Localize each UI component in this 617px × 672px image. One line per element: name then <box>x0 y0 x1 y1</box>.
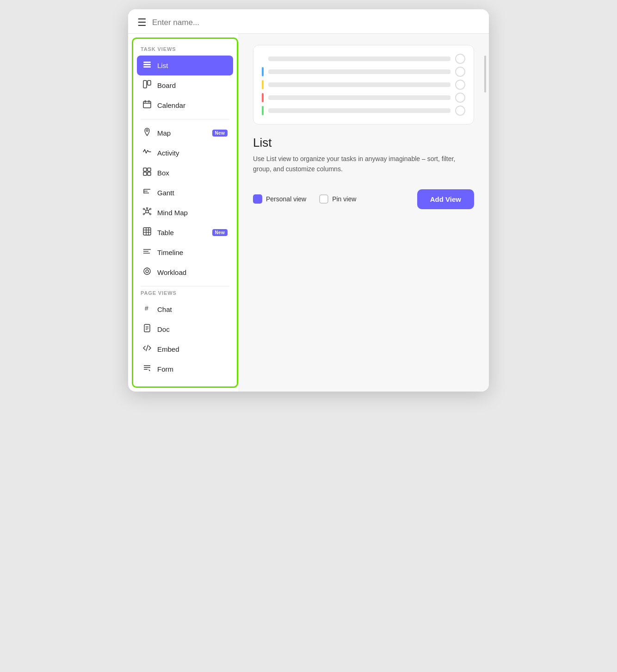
board-label: Board <box>157 81 228 89</box>
map-icon <box>142 128 152 138</box>
add-view-button[interactable]: Add View <box>417 189 474 209</box>
chat-label: Chat <box>157 305 228 313</box>
view-title: List <box>253 136 474 150</box>
calendar-icon <box>142 100 152 111</box>
svg-rect-2 <box>143 66 151 68</box>
sidebar-item-board[interactable]: Board <box>137 75 233 95</box>
name-icon: ☰ <box>137 18 147 28</box>
box-label: Box <box>157 169 228 177</box>
svg-point-17 <box>146 210 148 213</box>
workload-icon <box>142 267 152 278</box>
modal-container: ☰ TASK VIEWS List <box>128 9 489 392</box>
svg-rect-10 <box>148 168 151 171</box>
sidebar-item-chat[interactable]: # Chat <box>137 299 233 319</box>
preview-row <box>262 106 465 116</box>
sidebar-item-activity[interactable]: Activity <box>137 143 233 163</box>
svg-rect-1 <box>143 64 151 65</box>
sidebar-item-form[interactable]: Form <box>137 359 233 379</box>
activity-icon <box>142 148 152 158</box>
svg-rect-12 <box>148 172 151 175</box>
svg-point-25 <box>150 208 151 210</box>
list-icon <box>142 60 152 71</box>
personal-view-checkbox[interactable]: Personal view <box>253 194 306 204</box>
preview-row <box>262 80 465 90</box>
sidebar-item-gantt[interactable]: Gantt <box>137 183 233 203</box>
table-icon <box>142 227 152 238</box>
map-badge: New <box>212 130 228 137</box>
svg-rect-4 <box>148 81 151 85</box>
board-icon <box>142 80 152 91</box>
embed-label: Embed <box>157 345 228 353</box>
svg-line-44 <box>146 345 148 351</box>
sidebar-item-doc[interactable]: Doc <box>137 319 233 339</box>
mindmap-icon <box>142 207 152 218</box>
view-description: Use List view to organize your tasks in … <box>253 154 474 174</box>
svg-rect-11 <box>143 172 147 175</box>
list-label: List <box>157 62 228 69</box>
gantt-label: Gantt <box>157 189 228 197</box>
sidebar-item-timeline[interactable]: Timeline <box>137 243 233 262</box>
timeline-label: Timeline <box>157 249 228 256</box>
svg-point-23 <box>143 213 145 215</box>
modal-body: TASK VIEWS List <box>128 33 489 392</box>
pin-view-checkbox[interactable]: Pin view <box>319 194 356 204</box>
gantt-icon <box>142 187 152 198</box>
timeline-icon <box>142 247 152 258</box>
activity-label: Activity <box>157 149 228 157</box>
svg-rect-0 <box>143 62 151 63</box>
svg-point-19 <box>147 207 148 209</box>
task-views-label: TASK VIEWS <box>137 46 233 56</box>
sidebar-item-box[interactable]: Box <box>137 163 233 183</box>
name-input-row: ☰ <box>128 9 489 33</box>
svg-rect-5 <box>143 101 151 108</box>
sidebar-divider-1 <box>141 119 229 119</box>
sidebar-item-mindmap[interactable]: Mind Map <box>137 203 233 223</box>
box-icon <box>142 168 152 178</box>
personal-view-checkbox-icon <box>253 194 262 204</box>
doc-icon <box>142 324 152 335</box>
svg-rect-9 <box>143 168 147 171</box>
page-views-section: PAGE VIEWS # Chat <box>137 290 233 379</box>
sidebar-item-table[interactable]: Table New <box>137 223 233 243</box>
form-label: Form <box>157 365 228 373</box>
preview-row <box>262 93 465 103</box>
svg-point-36 <box>144 268 150 274</box>
svg-rect-3 <box>143 81 147 88</box>
scrollbar-decoration <box>484 56 486 93</box>
personal-view-label: Personal view <box>266 195 306 203</box>
mindmap-label: Mind Map <box>157 209 228 217</box>
svg-rect-28 <box>143 228 151 235</box>
sidebar-item-embed[interactable]: Embed <box>137 339 233 359</box>
pin-view-checkbox-icon <box>319 194 328 204</box>
view-controls: Personal view Pin view Add View <box>253 189 474 209</box>
svg-point-37 <box>146 270 148 273</box>
chat-icon: # <box>142 304 152 315</box>
pin-view-label: Pin view <box>332 195 356 203</box>
svg-text:#: # <box>145 305 148 312</box>
table-label: Table <box>157 229 207 236</box>
doc-label: Doc <box>157 325 228 333</box>
preview-rows <box>262 54 465 116</box>
form-icon <box>142 364 152 374</box>
svg-point-27 <box>150 213 151 215</box>
svg-point-21 <box>143 208 145 210</box>
view-info: List Use List view to organize your task… <box>253 136 474 174</box>
sidebar-item-workload[interactable]: Workload <box>137 262 233 282</box>
map-label: Map <box>157 129 207 137</box>
sidebar-item-list[interactable]: List <box>137 56 233 75</box>
workload-label: Workload <box>157 268 228 276</box>
page-views-label: PAGE VIEWS <box>137 290 233 299</box>
preview-row <box>262 67 465 77</box>
calendar-label: Calendar <box>157 101 228 109</box>
sidebar-item-map[interactable]: Map New <box>137 123 233 143</box>
preview-box <box>253 45 474 124</box>
sidebar-divider-2 <box>141 286 229 286</box>
name-input[interactable] <box>152 18 480 27</box>
table-badge: New <box>212 229 228 236</box>
sidebar-item-calendar[interactable]: Calendar <box>137 95 233 115</box>
content-area: List Use List view to organize your task… <box>238 34 489 392</box>
embed-icon <box>142 344 152 355</box>
preview-row <box>262 54 465 64</box>
sidebar: TASK VIEWS List <box>132 37 238 388</box>
